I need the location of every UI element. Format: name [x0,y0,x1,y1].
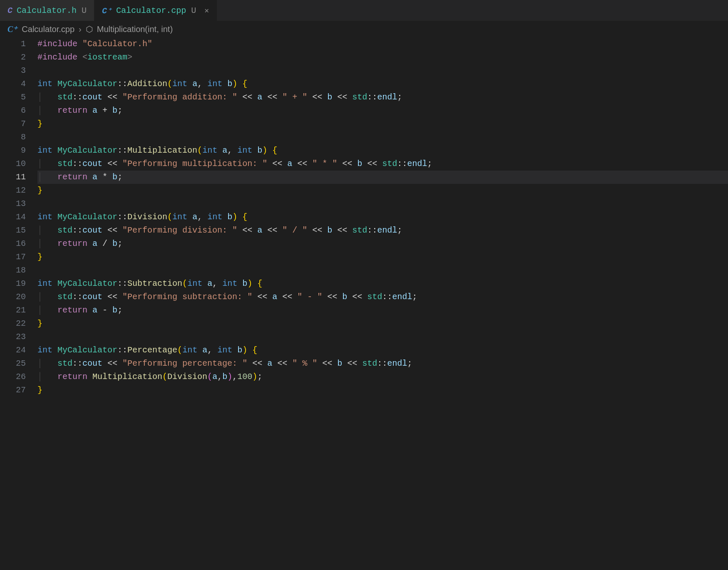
code-line[interactable] [37,131,728,144]
code-line[interactable]: int MyCalculator::Division(int a, int b)… [37,211,728,224]
symbol-method-icon: ⬡ [86,24,93,34]
code-line-active[interactable]: │ return a * b; [37,171,728,184]
code-line[interactable]: │ return a + b; [37,104,728,117]
code-line[interactable]: │ return Multiplication(Division(a,b),10… [37,370,728,384]
tab-modified-badge: U [82,6,87,15]
c-file-icon: C [7,6,12,15]
code-line[interactable]: │ std::cout << "Performing multiplicatio… [37,157,728,171]
code-line[interactable]: int MyCalculator::Subtraction(int a, int… [37,277,728,290]
code-line[interactable] [37,197,728,211]
code-line[interactable]: int MyCalculator::Addition(int a, int b)… [37,77,728,91]
cpp-file-icon: C⁺ [7,24,17,34]
breadcrumb[interactable]: C⁺ Calculator.cpp › ⬡ Multiplication(int… [0,21,728,37]
code-line[interactable]: #include "Calculator.h" [37,37,728,51]
code-line[interactable]: } [37,317,728,330]
code-line[interactable] [37,264,728,277]
code-line[interactable]: int MyCalculator::Multiplication(int a, … [37,144,728,157]
tab-calculator-cpp[interactable]: C⁺ Calculator.cpp U ✕ [94,0,217,21]
code-line[interactable]: } [37,184,728,197]
code-editor[interactable]: 1234567891011121314151617181920212223242… [0,37,728,397]
code-line[interactable]: #include <iostream> [37,51,728,64]
cpp-file-icon: C⁺ [102,5,112,16]
code-content[interactable]: #include "Calculator.h" #include <iostre… [37,37,728,397]
tab-label: Calculator.h [17,6,77,15]
code-line[interactable] [37,330,728,344]
code-line[interactable] [37,64,728,77]
code-line[interactable]: } [37,384,728,397]
breadcrumb-file[interactable]: Calculator.cpp [22,25,75,34]
tab-modified-badge: U [191,6,196,15]
code-line[interactable]: │ return a / b; [37,237,728,250]
chevron-right-icon: › [79,25,82,34]
breadcrumb-symbol[interactable]: Multiplication(int, int) [97,25,173,34]
code-line[interactable]: } [37,117,728,131]
tab-bar: C Calculator.h U C⁺ Calculator.cpp U ✕ [0,0,728,21]
code-line[interactable]: │ std::cout << "Performing subtraction: … [37,290,728,304]
tab-calculator-h[interactable]: C Calculator.h U [0,0,94,21]
code-line[interactable]: } [37,250,728,264]
code-line[interactable]: int MyCalculator::Percentage(int a, int … [37,344,728,357]
tab-label: Calculator.cpp [116,6,186,15]
close-icon[interactable]: ✕ [204,6,209,15]
code-line[interactable]: │ std::cout << "Performing division: " <… [37,224,728,237]
code-line[interactable]: │ std::cout << "Performing addition: " <… [37,91,728,104]
code-line[interactable]: │ return a - b; [37,304,728,317]
code-line[interactable]: │ std::cout << "Performing percentage: "… [37,357,728,370]
tab-bar-spacer [217,0,728,21]
line-number-gutter: 1234567891011121314151617181920212223242… [0,37,37,397]
